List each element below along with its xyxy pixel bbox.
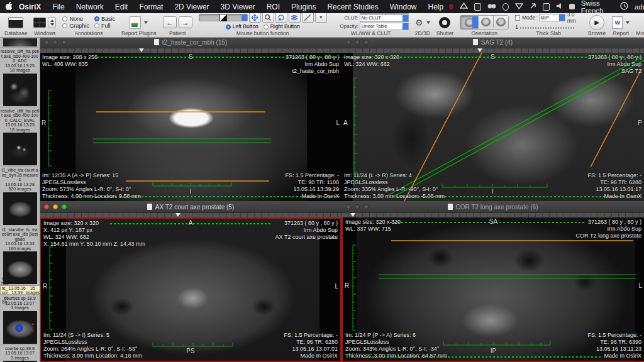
annotations-radio-full[interactable]: Full xyxy=(94,23,115,30)
image-area[interactable]: Image size: 320 x 320WL: 324 WW: 682 371… xyxy=(341,53,644,201)
previous-patient-button[interactable]: ← xyxy=(163,16,177,28)
orientation-coronal-button[interactable] xyxy=(479,16,494,28)
chevron-down-icon[interactable] xyxy=(144,21,148,24)
airplay-icon[interactable] xyxy=(530,3,536,11)
volume-icon[interactable] xyxy=(556,3,563,11)
mode-checkbox[interactable] xyxy=(515,15,520,21)
list-item[interactable] xyxy=(0,36,40,48)
menu-item-window[interactable]: Window xyxy=(384,3,423,11)
windows-tiling-button[interactable] xyxy=(33,18,46,28)
measure-tool-button[interactable] xyxy=(302,12,314,23)
tool-dropdown-button[interactable]: ▾ xyxy=(315,12,327,23)
clut-select[interactable]: No CLUT xyxy=(360,14,409,22)
windows-stepper[interactable] xyxy=(48,17,56,28)
chat-icon[interactable] xyxy=(515,3,523,11)
menu-item-edit[interactable]: Edit xyxy=(109,3,134,11)
list-item-selected[interactable]: t2_haste_cor_mbh 13.05.16 13:39 35 image… xyxy=(0,285,40,295)
next-patient-button[interactable]: → xyxy=(179,16,192,28)
minimize-button[interactable] xyxy=(355,204,360,209)
annotations-radio-none[interactable]: None xyxy=(62,16,89,23)
minimize-button[interactable] xyxy=(53,40,58,45)
shutter-button[interactable] xyxy=(439,17,450,28)
right-button-radio[interactable]: Right Button xyxy=(264,23,300,30)
slider-thumb[interactable] xyxy=(139,48,144,52)
close-button[interactable] xyxy=(346,204,351,209)
menu-item-2d-viewer[interactable]: 2D Viewer xyxy=(169,3,214,11)
gear-icon[interactable]: ⚙ xyxy=(415,18,423,27)
image-area[interactable]: Image size: 208 x 256WL: 406 WW: 835 371… xyxy=(40,53,341,201)
slider-thumb[interactable] xyxy=(175,213,180,217)
menu-item-roi[interactable]: ROI xyxy=(261,3,286,11)
time-machine-icon[interactable] xyxy=(502,3,509,11)
list-item[interactable]: courbe sp-39.9 13.05.16 13:07 3 images xyxy=(0,345,40,362)
radio-icon[interactable] xyxy=(62,16,67,21)
series-thumbnail[interactable] xyxy=(3,192,37,225)
stack-tool-button[interactable] xyxy=(289,12,301,23)
list-item[interactable]: resolve_diff_tra petit axe_b50-400-1000_… xyxy=(0,107,40,167)
binoculars-icon[interactable] xyxy=(487,3,496,11)
zoom-tool-button[interactable] xyxy=(262,12,274,23)
zoom-window-button[interactable] xyxy=(364,204,369,209)
orientation-axial-button[interactable] xyxy=(460,16,479,29)
slider-thumb[interactable] xyxy=(350,213,355,217)
chevron-down-icon[interactable] xyxy=(626,21,630,24)
slider-thumb[interactable] xyxy=(477,48,482,52)
radio-icon[interactable] xyxy=(62,23,67,28)
slab-mode-select[interactable]: MIP xyxy=(539,14,565,21)
radio-icon-selected[interactable] xyxy=(94,16,99,21)
viewport-titlebar[interactable]: COR T2 long axe prostate (6) xyxy=(341,201,644,213)
close-button[interactable] xyxy=(346,40,351,45)
slice-line-orange[interactable] xyxy=(591,69,641,167)
image-area[interactable]: Image size: 320 x 320X: 412 px Y: 187 px… xyxy=(40,217,341,362)
opacity-select[interactable]: Linear Table xyxy=(360,23,409,30)
input-source-label[interactable]: Swiss French xyxy=(581,0,614,14)
series-thumbnail[interactable] xyxy=(3,133,37,165)
pan-tool-button[interactable] xyxy=(249,12,261,23)
minimize-button[interactable] xyxy=(53,204,58,209)
series-thumbnail[interactable] xyxy=(3,74,37,106)
rotate-tool-button[interactable] xyxy=(275,12,287,23)
display-icon[interactable] xyxy=(474,3,481,11)
close-button[interactable] xyxy=(44,40,49,45)
viewport-titlebar[interactable]: SAG T2 (4) xyxy=(341,36,644,48)
annotations-radio-graphic[interactable]: Graphic xyxy=(62,23,89,30)
input-source-icon[interactable] xyxy=(569,4,575,9)
menu-item-format[interactable]: Format xyxy=(133,3,169,11)
close-button[interactable] xyxy=(44,204,49,209)
report-word-icon[interactable]: W xyxy=(612,16,623,29)
minimize-button[interactable] xyxy=(355,40,360,45)
viewport-titlebar[interactable]: AX T2 court axe prostate (5) xyxy=(40,201,341,213)
zoom-window-button[interactable] xyxy=(62,40,67,45)
report-plugins-button[interactable] xyxy=(130,16,141,29)
database-button[interactable] xyxy=(8,17,23,28)
zoom-window-button[interactable] xyxy=(364,40,369,45)
wlww-tool-button[interactable] xyxy=(199,14,248,21)
chevron-down-icon[interactable] xyxy=(426,21,430,24)
list-item[interactable]: resolve_diff_tra petit axe_b50-400-1000_… xyxy=(0,48,40,107)
menu-item-recent-studies[interactable]: Recent Studies xyxy=(321,3,384,11)
zoom-window-button[interactable] xyxy=(62,204,67,209)
browse-play-button[interactable]: ▶ xyxy=(589,15,604,30)
annotations-radio-basic[interactable]: Basic xyxy=(94,16,115,23)
menu-item-file[interactable]: File xyxy=(47,3,70,11)
radio-icon[interactable] xyxy=(94,23,99,28)
apple-logo-icon[interactable] xyxy=(5,1,13,13)
record-icon[interactable] xyxy=(449,4,453,9)
left-button-radio[interactable]: Left Button xyxy=(226,23,258,30)
slab-slider[interactable] xyxy=(520,27,574,29)
screen-icon[interactable] xyxy=(543,3,550,11)
series-thumbnail[interactable] xyxy=(40,275,40,307)
series-thumbnail[interactable] xyxy=(3,38,37,47)
menu-item-plugins[interactable]: Plugins xyxy=(286,3,321,11)
menu-item-3d-viewer[interactable]: 3D Viewer xyxy=(215,3,261,11)
user-label[interactable]: admin xyxy=(635,3,644,11)
viewport-titlebar[interactable]: t2_haste_cor_mbh (15) xyxy=(40,36,341,48)
series-thumbnail[interactable] xyxy=(3,311,37,344)
radio-icon[interactable] xyxy=(264,25,269,30)
image-area[interactable]: Image size: 320 x 320WL: 337 WW: 715 371… xyxy=(341,217,644,362)
orientation-sagittal-button[interactable] xyxy=(494,16,508,28)
menu-item-help[interactable]: Help xyxy=(422,3,449,11)
menu-extra-icon[interactable] xyxy=(460,3,468,11)
menu-item-osirix[interactable]: OsiriX xyxy=(13,3,47,11)
list-item[interactable]: t1_vibe_tra court axe_dyn 26 mesures 13.… xyxy=(0,167,40,226)
